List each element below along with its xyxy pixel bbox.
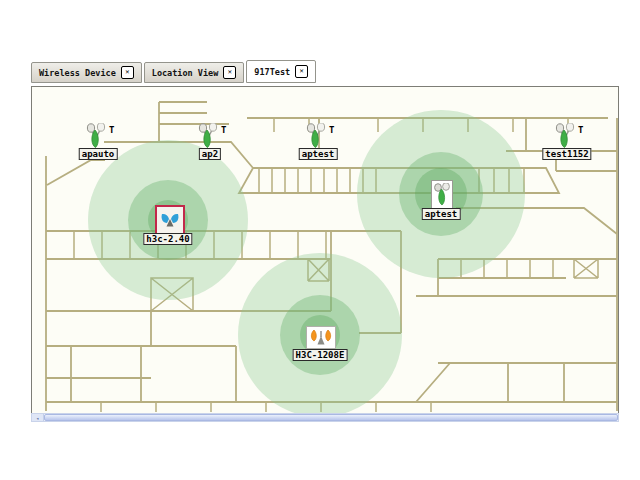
t-marker: T	[329, 125, 334, 135]
device-label[interactable]: ap2	[199, 148, 221, 160]
t-marker: T	[578, 125, 583, 135]
orange-antenna-icon	[306, 326, 336, 349]
alert-antenna-icon	[155, 205, 185, 235]
scrollbar-thumb[interactable]	[44, 414, 618, 421]
device-label[interactable]: h3c-2.40	[143, 233, 192, 245]
device-label[interactable]: aptest	[422, 208, 461, 220]
close-icon[interactable]: ✕	[295, 65, 308, 78]
scroll-left-icon[interactable]: ◂	[32, 414, 44, 421]
app-window: Wireless Device ✕ Location View ✕ 917Tes…	[0, 0, 640, 480]
map-canvas[interactable]: T apauto T ap2	[31, 86, 619, 414]
tab-wireless-device[interactable]: Wireless Device ✕	[31, 62, 142, 83]
device-label[interactable]: apauto	[79, 148, 118, 160]
device-label[interactable]: test1152	[542, 148, 591, 160]
device-label[interactable]: H3C-1208E	[293, 349, 348, 361]
horizontal-scrollbar[interactable]: ◂	[31, 413, 619, 422]
green-antenna-icon	[431, 180, 453, 209]
tab-917test[interactable]: 917Test ✕	[246, 60, 316, 83]
t-marker: T	[109, 125, 114, 135]
close-icon[interactable]: ✕	[121, 66, 134, 79]
tab-bar: Wireless Device ✕ Location View ✕ 917Tes…	[31, 62, 318, 83]
device-label[interactable]: aptest	[299, 148, 338, 160]
close-icon[interactable]: ✕	[223, 66, 236, 79]
tab-label: 917Test	[254, 67, 290, 77]
tab-location-view[interactable]: Location View ✕	[144, 62, 245, 83]
tab-label: Location View	[152, 68, 219, 78]
tab-label: Wireless Device	[39, 68, 116, 78]
t-marker: T	[221, 125, 226, 135]
